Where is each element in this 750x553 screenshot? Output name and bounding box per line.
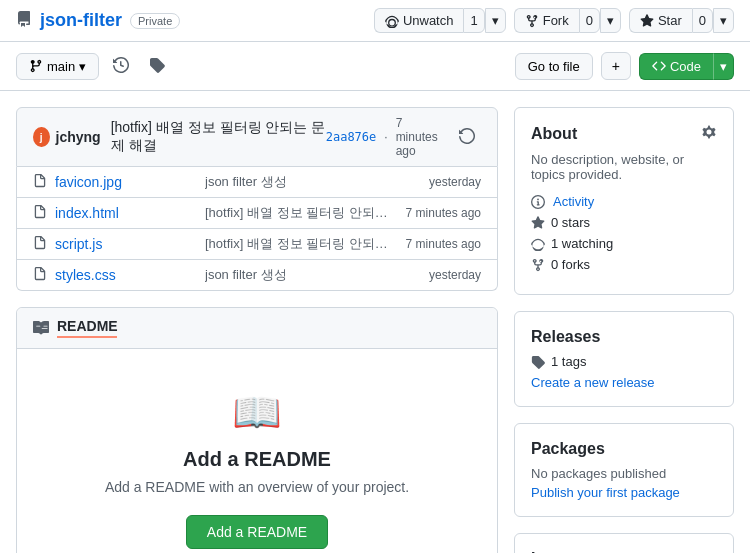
forks-stat: 0 forks [531,257,717,272]
file-commit: json filter 생성 [205,173,421,191]
code-label: Code [670,59,701,74]
stars-label: 0 stars [551,215,590,230]
private-badge: Private [130,13,180,29]
fork-button[interactable]: Fork [514,8,579,33]
readme-empty-icon: 📖 [232,389,282,436]
watching-label: 1 watching [551,236,613,251]
star-count-button[interactable]: 0 [692,8,713,33]
fork-label: Fork [543,13,569,28]
main-container: j jchyng [hotfix] 배열 정보 필터링 안되는 문제 해결 2a… [0,91,750,553]
file-name[interactable]: favicon.jpg [55,174,205,190]
content-area: j jchyng [hotfix] 배열 정보 필터링 안되는 문제 해결 2a… [16,107,498,553]
sidebar: About No description, website, or topics… [514,107,734,553]
about-title: About [531,125,577,143]
readme-title-container: README [57,318,118,338]
watching-stat: 1 watching [531,236,717,251]
commit-hash[interactable]: 2aa876e [326,130,377,144]
top-header: json-filter Private Unwatch 1 ▾ Fork 0 ▾ [0,0,750,42]
unwatch-group: Unwatch 1 ▾ [374,8,506,33]
table-row[interactable]: styles.css json filter 생성 yesterday [17,260,497,290]
stars-stat: 0 stars [531,215,717,230]
file-icon [33,205,47,222]
add-file-button[interactable]: + [601,52,631,80]
unwatch-label: Unwatch [403,13,454,28]
go-to-file-button[interactable]: Go to file [515,53,593,80]
add-readme-button[interactable]: Add a README [186,515,328,549]
releases-title: Releases [531,328,717,346]
fork-count: 0 [586,13,593,28]
table-row[interactable]: index.html [hotfix] 배열 정보 필터링 안되는 ... 7 … [17,198,497,229]
header-actions: Unwatch 1 ▾ Fork 0 ▾ Star 0 [374,8,734,33]
commit-time: 7 minutes ago [396,116,445,158]
toolbar: main ▾ Go to file + Code ▾ [0,42,750,91]
languages-section: Languages JavaScript 59.2% HTML 23.3% [514,533,734,553]
code-btn-group: Code ▾ [639,53,734,80]
activity-label: Activity [553,194,594,209]
packages-title: Packages [531,440,717,458]
unwatch-count: 1 [470,13,477,28]
commit-message: [hotfix] 배열 정보 필터링 안되는 문제 해결 [111,119,326,155]
fork-group: Fork 0 ▾ [514,8,621,33]
activity-link[interactable]: Activity [531,194,717,209]
code-button[interactable]: Code [639,53,713,80]
file-name[interactable]: script.js [55,236,205,252]
tags-label: 1 tags [551,354,586,369]
file-icon [33,236,47,253]
file-time: 7 minutes ago [406,206,481,220]
unwatch-count-button[interactable]: 1 [463,8,484,33]
repo-name[interactable]: json-filter [40,10,122,31]
git-history-button[interactable] [107,53,135,80]
file-commit: [hotfix] 배열 정보 필터링 안되는 ... [205,235,398,253]
avatar: j [33,127,50,147]
fork-count-button[interactable]: 0 [579,8,600,33]
file-icon [33,267,47,284]
readme-add-desc: Add a README with an overview of your pr… [105,479,409,495]
star-button[interactable]: Star [629,8,692,33]
commit-header: j jchyng [hotfix] 배열 정보 필터링 안되는 문제 해결 2a… [16,107,498,167]
file-time: yesterday [429,268,481,282]
star-count: 0 [699,13,706,28]
readme-underline [57,336,117,338]
readme-header: README [17,308,497,349]
create-release-link[interactable]: Create a new release [531,375,717,390]
tags-button[interactable] [143,53,171,80]
star-label: Star [658,13,682,28]
file-commit: [hotfix] 배열 정보 필터링 안되는 ... [205,204,398,222]
packages-link[interactable]: Publish your first package [531,485,717,500]
readme-book-icon [33,320,49,336]
star-group: Star 0 ▾ [629,8,734,33]
unwatch-button[interactable]: Unwatch [374,8,464,33]
file-name[interactable]: styles.css [55,267,205,283]
fork-dropdown-button[interactable]: ▾ [600,8,621,33]
file-time: yesterday [429,175,481,189]
file-icon [33,174,47,191]
about-desc: No description, website, or topics provi… [531,152,717,182]
commit-history-icon-button[interactable] [453,124,481,151]
commit-author-name[interactable]: jchyng [56,129,101,145]
file-commit: json filter 생성 [205,266,421,284]
table-row[interactable]: script.js [hotfix] 배열 정보 필터링 안되는 ... 7 m… [17,229,497,260]
table-row[interactable]: favicon.jpg json filter 생성 yesterday [17,167,497,198]
tags-link[interactable]: 1 tags [531,354,717,369]
branch-chevron: ▾ [79,59,86,74]
branch-name: main [47,59,75,74]
commit-separator: · [384,130,387,144]
repo-icon [16,11,32,30]
packages-section: Packages No packages published Publish y… [514,423,734,517]
star-dropdown-button[interactable]: ▾ [713,8,734,33]
file-name[interactable]: index.html [55,205,205,221]
readme-add-title: Add a README [183,448,331,471]
packages-desc: No packages published [531,466,717,481]
about-section: About No description, website, or topics… [514,107,734,295]
file-time: 7 minutes ago [406,237,481,251]
commit-meta: 2aa876e · 7 minutes ago [326,116,481,158]
repo-name-area: json-filter Private [16,10,180,31]
branch-selector[interactable]: main ▾ [16,53,99,80]
releases-section: Releases 1 tags Create a new release [514,311,734,407]
code-dropdown-button[interactable]: ▾ [713,53,734,80]
unwatch-dropdown-button[interactable]: ▾ [485,8,506,33]
readme-title: README [57,318,118,334]
forks-label: 0 forks [551,257,590,272]
gear-button[interactable] [701,124,717,144]
readme-body: 📖 Add a README Add a README with an over… [17,349,497,553]
